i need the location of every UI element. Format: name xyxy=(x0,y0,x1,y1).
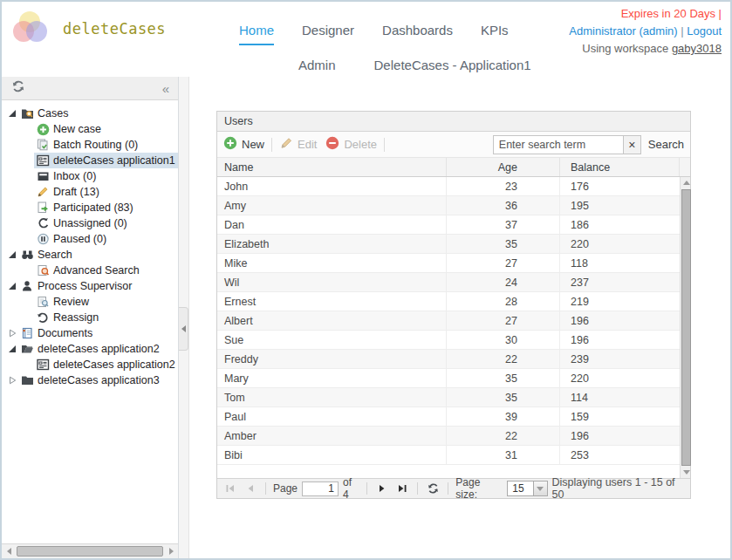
refresh-tree-icon[interactable] xyxy=(10,79,26,97)
table-row[interactable]: Wil24237 xyxy=(217,273,680,292)
cell-name: Amy xyxy=(217,196,447,215)
collapsed-expander-icon[interactable] xyxy=(6,376,18,385)
refresh-grid-icon[interactable] xyxy=(425,481,441,496)
subnav-tab-admin[interactable]: Admin xyxy=(298,58,336,72)
tree-item[interactable]: deleteCases application3 xyxy=(2,372,178,388)
scrollbar-thumb[interactable] xyxy=(681,189,691,466)
table-row[interactable]: Mary35220 xyxy=(217,369,680,388)
table-row[interactable]: Bibi31253 xyxy=(217,446,680,465)
table-row[interactable]: Elizabeth35220 xyxy=(217,235,680,254)
table-row[interactable]: Paul39159 xyxy=(217,407,680,427)
tree-item[interactable]: deleteCases application2 xyxy=(2,341,178,357)
tree-item[interactable]: Documents xyxy=(2,325,178,341)
cell-age: 22 xyxy=(447,427,560,445)
tree-item[interactable]: New case xyxy=(2,121,178,137)
first-page-icon[interactable] xyxy=(222,481,238,496)
search-input[interactable] xyxy=(493,135,624,154)
tree-item[interactable]: Participated (83) xyxy=(2,200,178,215)
tree-item[interactable]: Draft (13) xyxy=(2,184,178,200)
table-row[interactable]: Sue30196 xyxy=(217,331,680,350)
tree-item[interactable]: deleteCases application2 xyxy=(2,357,178,372)
nav-tab-kpis[interactable]: KPIs xyxy=(481,23,509,45)
logout-link[interactable]: Logout xyxy=(687,24,722,38)
table-row[interactable]: Freddy22239 xyxy=(217,350,680,369)
table-row[interactable]: Amy36195 xyxy=(217,196,680,215)
main-nav: Home Designer Dashboards KPIs xyxy=(239,23,509,45)
tree-item[interactable]: Batch Routing (0) xyxy=(2,137,178,153)
logo-link[interactable]: deleteCases xyxy=(10,9,166,49)
tree-item[interactable]: Paused (0) xyxy=(2,231,178,247)
cell-age: 35 xyxy=(447,369,560,387)
scroll-right-icon[interactable] xyxy=(164,544,178,558)
table-row[interactable]: Albert27196 xyxy=(217,311,680,331)
tree-item-inner: deleteCases application3 xyxy=(18,372,178,388)
folder-closed-icon xyxy=(20,374,35,386)
edit-button-label: Edit xyxy=(298,138,317,151)
tree-item[interactable]: deleteCases application1 xyxy=(2,153,178,168)
scroll-left-icon[interactable] xyxy=(2,544,16,558)
table-row[interactable]: Dan37186 xyxy=(217,215,680,235)
cell-age: 35 xyxy=(447,235,560,253)
tree-item[interactable]: Cases xyxy=(2,106,178,121)
page-size-select[interactable]: 15 xyxy=(507,481,547,496)
edit-button[interactable]: Edit xyxy=(279,136,317,153)
delete-button[interactable]: Delete xyxy=(325,136,377,153)
cell-age: 36 xyxy=(447,196,560,215)
workspace-link[interactable]: gaby3018 xyxy=(672,42,722,55)
tree-item-label: Batch Routing (0) xyxy=(53,139,138,151)
folder-open-icon xyxy=(20,343,35,355)
column-header-balance[interactable]: Balance xyxy=(560,158,680,176)
cases-folder-search-icon xyxy=(20,107,35,120)
scrollbar-thumb[interactable] xyxy=(17,546,163,557)
table-row[interactable]: Ernest28219 xyxy=(217,292,680,311)
tree-item[interactable]: Advanced Search xyxy=(2,263,178,278)
collapsed-expander-icon[interactable] xyxy=(6,329,18,338)
tree-item[interactable]: Unassigned (0) xyxy=(2,215,178,231)
page-number-input[interactable] xyxy=(302,481,339,496)
grid-vertical-scrollbar[interactable] xyxy=(680,177,690,478)
search-button[interactable]: Search xyxy=(648,138,684,151)
nav-tab-designer[interactable]: Designer xyxy=(302,23,354,45)
column-header-name[interactable]: Name xyxy=(217,158,447,176)
table-row[interactable]: Amber22196 xyxy=(217,427,680,446)
previous-page-icon[interactable] xyxy=(243,481,258,496)
new-case-plus-icon xyxy=(36,123,51,136)
tree-item-inner: deleteCases application1 xyxy=(34,153,178,168)
cell-age: 24 xyxy=(447,273,560,291)
scroll-up-icon[interactable] xyxy=(681,177,692,188)
tree-item[interactable]: Inbox (0) xyxy=(2,168,178,184)
clear-search-icon[interactable]: × xyxy=(624,135,641,154)
table-row[interactable]: John23176 xyxy=(217,177,680,196)
page-of-label: of 4 xyxy=(343,476,359,501)
table-row[interactable]: Tom35114 xyxy=(217,388,680,407)
expanded-expander-icon[interactable] xyxy=(6,250,18,259)
nav-tab-dashboards[interactable]: Dashboards xyxy=(382,23,453,45)
expanded-expander-icon[interactable] xyxy=(6,282,18,290)
tree-item-inner: Batch Routing (0) xyxy=(34,137,178,153)
nav-tab-home[interactable]: Home xyxy=(239,23,274,45)
tree-item[interactable]: Review xyxy=(2,294,178,310)
expanded-expander-icon[interactable] xyxy=(6,109,18,118)
scroll-down-icon[interactable] xyxy=(681,467,692,478)
cell-name: John xyxy=(217,177,447,195)
table-row[interactable]: Mike27118 xyxy=(217,254,680,273)
sidebar-horizontal-scrollbar[interactable] xyxy=(2,543,178,558)
collapse-handle[interactable] xyxy=(179,307,188,351)
tree-item[interactable]: Reassign xyxy=(2,310,178,325)
next-page-icon[interactable] xyxy=(374,481,390,496)
column-header-age[interactable]: Age xyxy=(447,158,560,176)
user-profile-link[interactable]: Administrator (admin) xyxy=(569,24,677,38)
cell-age: 39 xyxy=(447,407,560,426)
tree-item-inner: Unassigned (0) xyxy=(34,215,178,231)
cell-balance: 196 xyxy=(560,427,680,445)
toolbar-separator xyxy=(271,138,272,152)
tree-item[interactable]: Search xyxy=(2,247,178,263)
last-page-icon[interactable] xyxy=(394,481,410,496)
expanded-expander-icon[interactable] xyxy=(6,345,18,353)
new-button[interactable]: New xyxy=(223,136,264,153)
collapse-sidebar-icon[interactable]: « xyxy=(162,82,169,95)
tree-item[interactable]: Process Supervisor xyxy=(2,278,178,294)
subnav-tab-application[interactable]: DeleteCases - Application1 xyxy=(374,58,531,72)
panel-splitter[interactable] xyxy=(179,77,189,558)
cell-balance: 239 xyxy=(560,350,680,368)
